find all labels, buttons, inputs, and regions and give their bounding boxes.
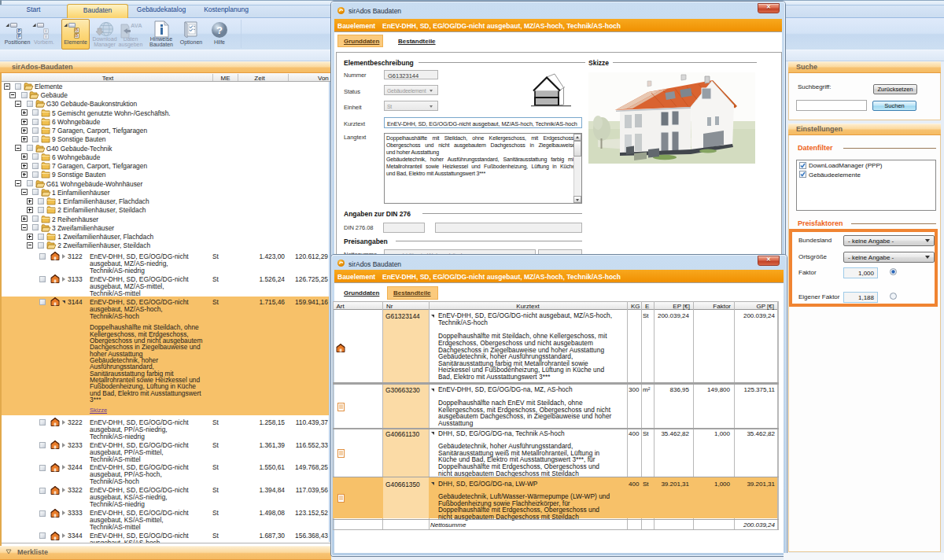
svg-text:AVA: AVA (131, 22, 142, 29)
svg-text:?: ? (216, 24, 223, 36)
